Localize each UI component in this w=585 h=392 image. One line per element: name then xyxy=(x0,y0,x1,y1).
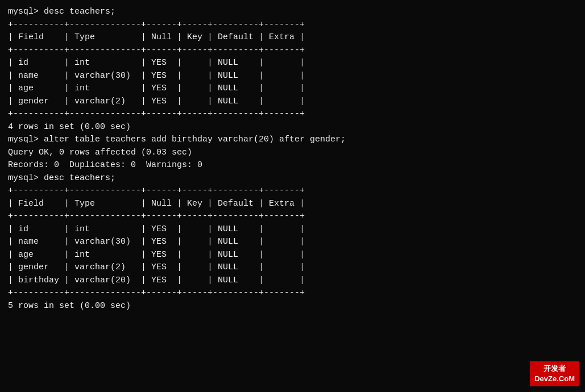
terminal-line: 5 rows in set (0.00 sec) xyxy=(8,300,577,313)
terminal-line: | name | varchar(30) | YES | | NULL | | xyxy=(8,236,577,249)
terminal-line: Records: 0 Duplicates: 0 Warnings: 0 xyxy=(8,159,577,172)
terminal-line: +----------+--------------+------+-----+… xyxy=(8,210,577,223)
terminal-line: | id | int | YES | | NULL | | xyxy=(8,57,577,70)
terminal-line: +----------+--------------+------+-----+… xyxy=(8,185,577,198)
watermark-line1: 开发者 xyxy=(534,364,575,374)
terminal-line: mysql> alter table teachers add birthday… xyxy=(8,134,577,147)
terminal-line: mysql> desc teachers; xyxy=(8,6,577,19)
watermark-line2: DevZe.CoM xyxy=(534,374,575,384)
terminal-line: Query OK, 0 rows affected (0.03 sec) xyxy=(8,147,577,160)
terminal-output: mysql> desc teachers;+----------+-------… xyxy=(8,6,577,312)
terminal-line: | id | int | YES | | NULL | | xyxy=(8,223,577,236)
terminal-line: | gender | varchar(2) | YES | | NULL | | xyxy=(8,261,577,274)
terminal-line: | age | int | YES | | NULL | | xyxy=(8,82,577,95)
terminal-line: +----------+--------------+------+-----+… xyxy=(8,287,577,300)
terminal-line: 4 rows in set (0.00 sec) xyxy=(8,121,577,134)
terminal-line: | name | varchar(30) | YES | | NULL | | xyxy=(8,70,577,83)
terminal-line: | gender | varchar(2) | YES | | NULL | | xyxy=(8,95,577,109)
terminal-line: +----------+--------------+------+-----+… xyxy=(8,44,577,57)
terminal-line: | Field | Type | Null | Key | Default | … xyxy=(8,198,577,211)
terminal-line: mysql> desc teachers; xyxy=(8,172,577,185)
watermark: 开发者 DevZe.CoM xyxy=(530,361,579,386)
terminal-line: +----------+--------------+------+-----+… xyxy=(8,19,577,32)
terminal-line: | age | int | YES | | NULL | | xyxy=(8,249,577,262)
terminal-line: | Field | Type | Null | Key | Default | … xyxy=(8,31,577,44)
terminal-line: +----------+--------------+------+-----+… xyxy=(8,108,577,121)
terminal-line: | birthday | varchar(20) | YES | | NULL … xyxy=(8,274,577,287)
